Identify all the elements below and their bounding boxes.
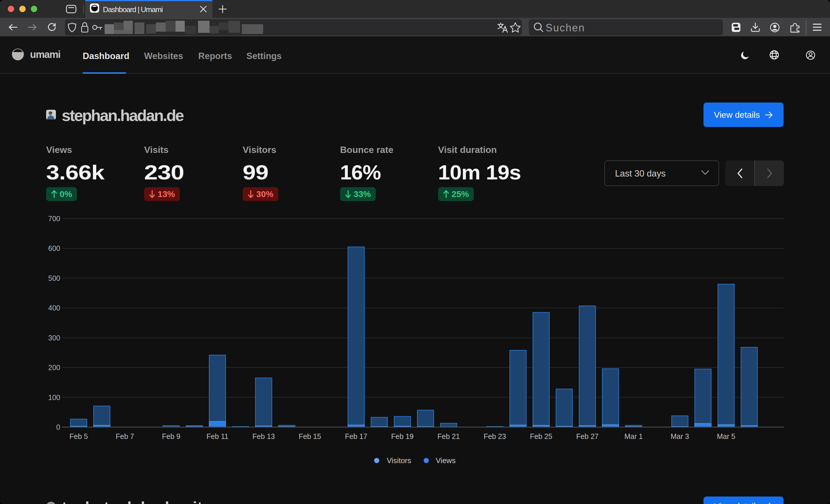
svg-text:300: 300	[48, 334, 60, 342]
svg-text:Mar 3: Mar 3	[671, 432, 689, 440]
svg-text:Feb 13: Feb 13	[252, 432, 275, 440]
svg-text:Feb 21: Feb 21	[438, 432, 460, 440]
svg-text:Feb 9: Feb 9	[162, 432, 181, 440]
svg-text:600: 600	[48, 244, 60, 252]
svg-text:700: 700	[48, 214, 60, 223]
svg-text:Feb 5: Feb 5	[69, 432, 88, 440]
svg-text:Mar 5: Mar 5	[717, 432, 735, 440]
svg-text:500: 500	[48, 274, 60, 282]
svg-text:Feb 11: Feb 11	[206, 432, 228, 440]
svg-text:Feb 15: Feb 15	[298, 432, 321, 440]
svg-text:Feb 19: Feb 19	[391, 432, 414, 440]
svg-text:0: 0	[56, 423, 60, 431]
svg-text:Feb 17: Feb 17	[345, 432, 368, 440]
svg-text:Feb 25: Feb 25	[530, 432, 552, 440]
svg-text:100: 100	[48, 394, 60, 401]
svg-text:Mar 1: Mar 1	[625, 432, 643, 440]
svg-text:400: 400	[48, 304, 60, 312]
svg-text:Feb 7: Feb 7	[116, 432, 134, 440]
svg-text:Feb 27: Feb 27	[576, 432, 599, 440]
svg-text:200: 200	[48, 364, 60, 372]
svg-text:Feb 23: Feb 23	[484, 432, 506, 440]
